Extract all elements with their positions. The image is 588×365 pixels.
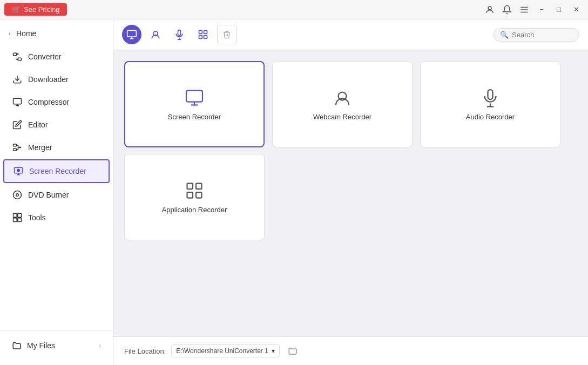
toolbar-tab-webcam[interactable]	[146, 25, 165, 44]
svg-rect-37	[488, 90, 493, 99]
webcam-recorder-card-label: Webcam Recorder	[313, 113, 371, 121]
sidebar-item-dvd-burner[interactable]: DVD Burner	[3, 184, 110, 206]
cards-row-1: Screen Recorder Webcam Recorder	[124, 61, 577, 147]
chevron-left-icon: ‹	[9, 30, 11, 37]
svg-rect-43	[196, 192, 202, 198]
merger-label: Merger	[28, 143, 52, 152]
compressor-icon	[12, 97, 23, 107]
file-location-dropdown[interactable]: E:\Wondershare UniConverter 1 ▾	[171, 344, 280, 357]
sidebar-item-editor[interactable]: Editor	[3, 114, 110, 136]
converter-icon	[12, 51, 23, 62]
sidebar: ‹ Home Converter Downloader	[0, 19, 113, 365]
screen-recorder-card-icon	[185, 88, 204, 107]
dvd-burner-icon	[12, 190, 23, 200]
svg-rect-29	[199, 31, 202, 34]
my-files-item[interactable]: My Files ›	[3, 335, 110, 356]
see-pricing-label: See Pricing	[24, 5, 59, 13]
screen-recorder-card-label: Screen Recorder	[168, 113, 221, 121]
svg-rect-42	[187, 192, 193, 198]
audio-recorder-card[interactable]: Audio Recorder	[420, 61, 560, 147]
sidebar-item-downloader[interactable]: Downloader	[3, 69, 110, 90]
search-input[interactable]	[512, 31, 572, 39]
my-files-icon	[12, 341, 22, 350]
editor-label: Editor	[28, 120, 48, 129]
svg-point-0	[488, 6, 491, 10]
svg-rect-31	[199, 36, 202, 39]
toolbar-trash-button[interactable]	[217, 25, 236, 44]
svg-rect-32	[204, 36, 207, 39]
toolbar-tab-screen[interactable]	[122, 25, 141, 44]
screen-recorder-card[interactable]: Screen Recorder	[124, 61, 265, 147]
dropdown-arrow-icon: ▾	[272, 347, 275, 355]
svg-rect-26	[178, 30, 181, 36]
top-toolbar: 🔍	[113, 19, 588, 50]
application-recorder-card-label: Application Recorder	[162, 206, 227, 214]
downloader-label: Downloader	[28, 75, 69, 84]
file-path-text: E:\Wondershare UniConverter 1	[176, 347, 268, 355]
menu-icon-button[interactable]	[517, 2, 532, 17]
svg-rect-7	[13, 98, 22, 104]
close-button[interactable]: ✕	[569, 2, 584, 17]
my-files-label: My Files	[27, 341, 55, 350]
maximize-button[interactable]: □	[551, 2, 566, 17]
webcam-recorder-card-icon	[333, 88, 352, 107]
sidebar-item-converter[interactable]: Converter	[3, 46, 110, 67]
compressor-label: Compressor	[28, 98, 69, 106]
notification-icon-button[interactable]	[499, 2, 515, 17]
sidebar-item-merger[interactable]: Merger	[3, 137, 110, 158]
minimize-button[interactable]: −	[534, 2, 549, 17]
sidebar-bottom: My Files ›	[0, 330, 113, 361]
application-recorder-card[interactable]: Application Recorder	[124, 154, 265, 240]
bottom-bar: File Location: E:\Wondershare UniConvert…	[113, 336, 588, 365]
file-location-label: File Location:	[124, 347, 166, 355]
svg-rect-30	[204, 31, 207, 34]
home-label: Home	[16, 29, 36, 38]
svg-rect-20	[13, 218, 17, 222]
sidebar-item-compressor[interactable]: Compressor	[3, 91, 110, 113]
svg-point-16	[13, 191, 22, 199]
svg-rect-40	[187, 183, 193, 189]
open-folder-button[interactable]	[285, 343, 300, 359]
sidebar-item-screen-recorder[interactable]: Screen Recorder	[3, 159, 110, 183]
cart-icon: 🛒	[12, 5, 21, 13]
cards-row-2: Application Recorder	[124, 154, 577, 240]
see-pricing-button[interactable]: 🛒 See Pricing	[4, 3, 67, 16]
sidebar-item-tools[interactable]: Tools	[3, 207, 110, 228]
editor-icon	[12, 119, 23, 130]
toolbar-tab-audio[interactable]	[170, 25, 189, 44]
main-content: 🔍 Screen Recorder	[113, 19, 588, 365]
svg-point-17	[16, 194, 19, 197]
sidebar-home[interactable]: ‹ Home	[0, 24, 113, 43]
svg-rect-33	[186, 90, 202, 102]
screen-recorder-label: Screen Recorder	[29, 167, 86, 175]
screen-recorder-icon	[13, 166, 24, 177]
tools-label: Tools	[28, 213, 46, 222]
audio-recorder-card-icon	[481, 88, 500, 107]
content-area: Screen Recorder Webcam Recorder	[113, 50, 588, 336]
svg-rect-19	[18, 214, 22, 218]
svg-rect-4	[13, 53, 17, 56]
webcam-recorder-card[interactable]: Webcam Recorder	[272, 61, 413, 147]
search-container: 🔍	[493, 28, 579, 42]
tools-icon	[12, 212, 23, 223]
downloader-icon	[12, 74, 23, 85]
search-icon: 🔍	[500, 31, 509, 39]
svg-rect-41	[196, 183, 202, 189]
toolbar-tab-apps[interactable]	[193, 25, 213, 44]
svg-rect-11	[13, 148, 17, 151]
application-recorder-card-icon	[185, 181, 204, 200]
my-files-chevron-icon: ›	[99, 342, 101, 349]
user-icon-button[interactable]	[482, 2, 497, 17]
svg-rect-21	[18, 218, 22, 222]
audio-recorder-card-label: Audio Recorder	[466, 113, 515, 121]
app-body: ‹ Home Converter Downloader	[0, 19, 588, 365]
dvd-burner-label: DVD Burner	[28, 191, 69, 199]
svg-rect-22	[127, 31, 137, 37]
title-bar: 🛒 See Pricing − □ ✕	[0, 0, 588, 19]
svg-rect-5	[18, 58, 22, 60]
converter-label: Converter	[28, 52, 61, 61]
merger-icon	[12, 142, 23, 153]
svg-rect-10	[13, 144, 17, 146]
svg-rect-18	[13, 214, 17, 218]
svg-point-13	[17, 169, 20, 172]
